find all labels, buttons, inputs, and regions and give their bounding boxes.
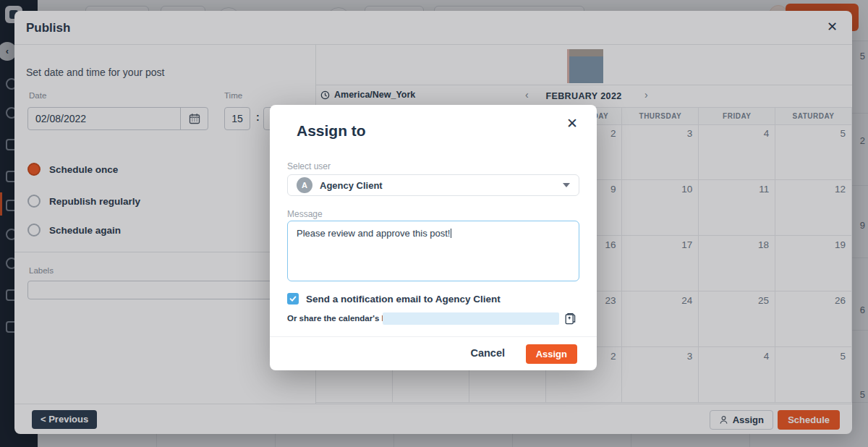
notify-checkbox-label: Send a notification email to Agency Clie… (306, 294, 501, 305)
select-user-label: Select user (287, 161, 331, 171)
message-textarea[interactable]: Please review and approve this post! (287, 221, 579, 281)
notify-checkbox-row[interactable]: Send a notification email to Agency Clie… (287, 293, 501, 305)
message-label: Message (287, 209, 323, 219)
copy-icon (565, 312, 576, 325)
assign-dialog-footer: Cancel Assign (270, 336, 597, 370)
copy-link-button[interactable] (565, 312, 576, 325)
message-text: Please review and approve this post! (297, 228, 450, 239)
avatar: A (297, 177, 312, 193)
selected-user-name: Agency Client (320, 180, 383, 191)
chevron-down-icon (563, 183, 570, 187)
user-select[interactable]: A Agency Client (287, 174, 579, 196)
assign-dialog: ✕ Assign to Select user A Agency Client … (270, 105, 597, 370)
checkbox-checked-icon[interactable] (287, 293, 299, 305)
assign-confirm-button[interactable]: Assign (526, 344, 577, 364)
close-icon[interactable]: ✕ (566, 116, 578, 130)
check-icon (289, 295, 297, 302)
cancel-button[interactable]: Cancel (470, 347, 505, 359)
screen: 52965 ‹ › Monthly ▼ Today ‹ Fe (0, 0, 868, 447)
text-caret (451, 229, 451, 238)
assign-dialog-title: Assign to (297, 122, 366, 140)
calendar-link-redacted[interactable] (383, 312, 559, 325)
